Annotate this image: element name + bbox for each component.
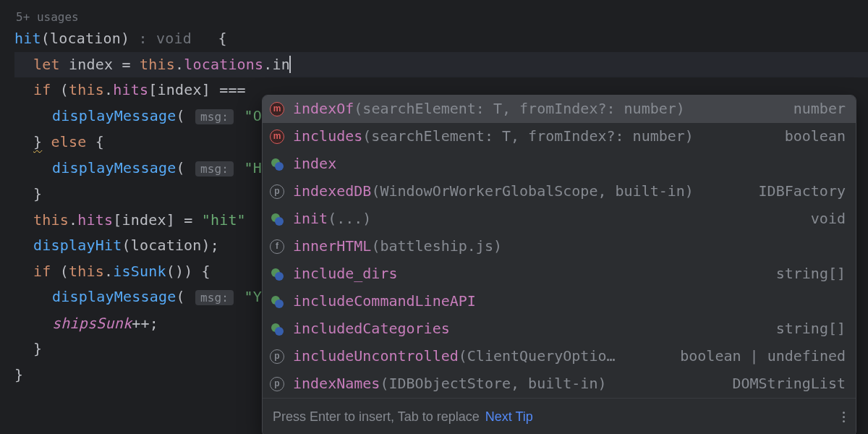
completion-signature: (ClientQueryOptio… — [459, 344, 616, 370]
completion-name: include_dirs — [293, 261, 398, 287]
completion-name: includeCommandLineAPI — [293, 289, 476, 315]
method-icon: m — [270, 129, 284, 144]
completion-item[interactable]: mindexOf(searchElement: T, fromIndex?: n… — [263, 95, 856, 123]
completion-name: includedCategories — [293, 316, 450, 342]
completion-item[interactable]: pindexNames (IDBObjectStore, built-in)DO… — [263, 370, 856, 398]
completion-item[interactable]: finnerHTML (battleship.js) — [263, 233, 856, 260]
completion-type: IDBFactory — [749, 179, 846, 205]
method-name: hit — [14, 30, 41, 47]
completion-item[interactable]: includeCommandLineAPI — [263, 288, 856, 315]
param-hint-pill: msg: — [195, 161, 234, 176]
completion-signature: (battleship.js) — [371, 234, 502, 260]
completion-name: includes — [293, 124, 362, 150]
completion-type: string[] — [766, 316, 846, 342]
completion-name: indexedDB — [293, 179, 371, 205]
completion-signature: (searchElement: T, fromIndex?: number) — [362, 124, 694, 150]
param-hint-pill: msg: — [195, 109, 234, 124]
completion-name: indexNames — [293, 371, 380, 397]
variable-icon — [270, 157, 284, 171]
completion-item[interactable]: pindexedDB (WindowOrWorkerGlobalScope, b… — [263, 178, 856, 205]
completion-item[interactable]: include_dirsstring[] — [263, 260, 856, 288]
property-icon: p — [270, 349, 284, 364]
param-hint-pill: msg: — [195, 290, 234, 305]
completion-type: number — [783, 96, 846, 122]
completion-item[interactable]: pincludeUncontrolled (ClientQueryOptio…b… — [263, 343, 856, 370]
completion-signature: (searchElement: T, fromIndex?: number) — [354, 96, 685, 122]
completion-name: includeUncontrolled — [293, 344, 459, 370]
completion-signature: (WindowOrWorkerGlobalScope, built-in) — [371, 179, 694, 205]
current-line[interactable]: let index = this.locations.in — [14, 52, 868, 78]
completion-type: boolean — [775, 124, 846, 150]
variable-icon — [270, 267, 284, 281]
completion-signature: (...) — [328, 206, 371, 232]
variable-icon — [270, 322, 284, 336]
completion-item[interactable]: mincludes(searchElement: T, fromIndex?: … — [263, 123, 856, 150]
completion-item[interactable]: init(...)void — [263, 205, 856, 233]
completion-signature: (IDBObjectStore, built-in) — [380, 371, 606, 397]
completion-name: innerHTML — [293, 234, 371, 260]
code-line: hit(location) : void { — [14, 26, 868, 52]
completion-type: void — [801, 206, 846, 232]
completion-type: DOMStringList — [722, 371, 846, 397]
property-icon: p — [270, 184, 284, 199]
completion-item[interactable]: includedCategoriesstring[] — [263, 315, 856, 343]
completion-name: index — [293, 151, 336, 177]
property-icon: p — [270, 377, 284, 391]
variable-icon — [270, 212, 284, 226]
completion-name: init — [293, 206, 328, 232]
completion-footer: Press Enter to insert, Tab to replaceNex… — [263, 398, 856, 434]
field-icon: f — [270, 239, 284, 254]
completion-type: boolean | undefined — [670, 344, 846, 370]
usages-hint: 5+ usages — [14, 9, 868, 26]
variable-icon — [270, 294, 284, 309]
more-icon[interactable] — [843, 412, 846, 422]
method-icon: m — [270, 102, 284, 116]
completion-type: string[] — [766, 261, 846, 287]
next-tip-link[interactable]: Next Tip — [485, 404, 533, 430]
completion-item[interactable]: index — [263, 150, 856, 178]
caret — [289, 56, 291, 73]
footer-hint: Press Enter to insert, Tab to replace — [273, 404, 480, 430]
completion-name: indexOf — [293, 96, 354, 122]
code-editor[interactable]: 5+ usages hit(location) : void { let ind… — [0, 0, 868, 388]
completion-popup[interactable]: mindexOf(searchElement: T, fromIndex?: n… — [262, 95, 856, 434]
